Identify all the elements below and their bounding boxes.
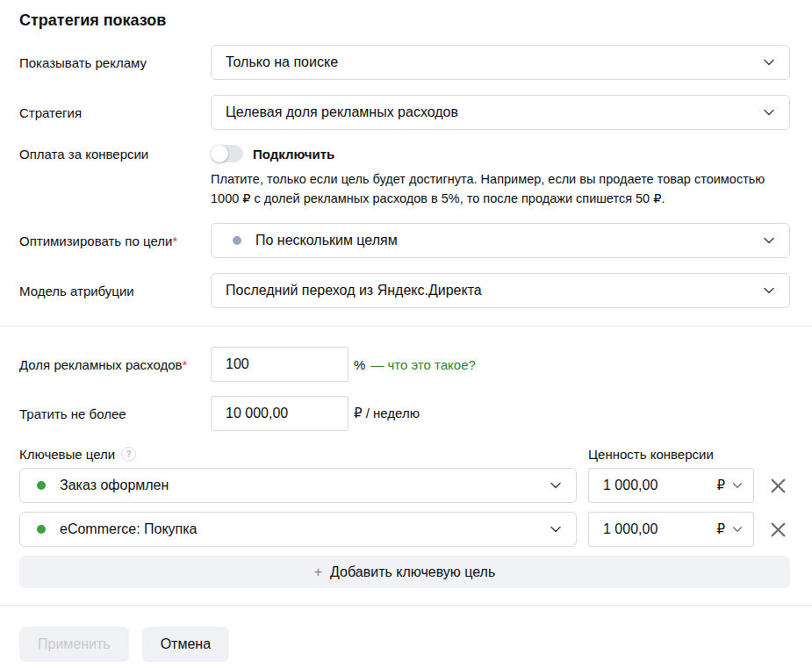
pay-per-conversion-toggle-label: Подключить — [253, 147, 334, 162]
attribution-select[interactable]: Последний переход из Яндекс.Директа — [211, 273, 790, 308]
footer-actions: Применить Отмена — [19, 627, 790, 662]
close-icon — [769, 477, 787, 495]
section-divider — [0, 326, 812, 327]
row-attribution: Модель атрибуции Последний переход из Ян… — [19, 273, 790, 308]
ad-spend-share-input[interactable] — [211, 347, 349, 382]
key-goals-header: Ключевые цели ? Ценность конверсии — [19, 447, 790, 462]
goal-value-field-2[interactable]: 1 000,00 ₽ — [588, 512, 754, 547]
help-icon[interactable]: ? — [121, 447, 136, 462]
currency-select-2[interactable]: ₽ — [716, 521, 744, 537]
chevron-down-icon — [549, 478, 563, 492]
chevron-down-icon — [762, 233, 776, 248]
close-icon — [769, 521, 787, 539]
strategy-label: Стратегия — [19, 104, 211, 121]
optimize-goal-label-text: Оптимизировать по цели — [19, 233, 172, 248]
goal-value: 1 000,00 — [603, 478, 708, 493]
show-ads-value: Только на поиске — [226, 54, 762, 70]
currency-select-1[interactable]: ₽ — [716, 478, 744, 493]
add-key-goal-button[interactable]: + Добавить ключевую цель — [19, 556, 790, 588]
optimize-goal-select[interactable]: По нескольким целям — [211, 223, 790, 258]
what-is-it-link[interactable]: — что это такое? — [370, 357, 476, 372]
ad-spend-share-label-text: Доля рекламных расходов — [19, 357, 183, 372]
pay-per-conversion-label: Оплата за конверсии — [19, 145, 211, 162]
row-pay-per-conversion: Оплата за конверсии Подключить Платите, … — [19, 145, 790, 208]
plus-icon: + — [314, 565, 322, 579]
attribution-label: Модель атрибуции — [19, 283, 211, 299]
required-mark: * — [172, 233, 177, 248]
chevron-down-icon — [731, 523, 744, 535]
goal-dot-icon — [37, 481, 46, 490]
pay-per-conversion-description: Платите, только если цель будет достигну… — [211, 169, 788, 208]
attribution-value: Последний переход из Яндекс.Директа — [226, 283, 762, 298]
currency-symbol: ₽ — [716, 478, 725, 493]
row-show-ads: Показывать рекламу Только на поиске — [19, 45, 790, 80]
chevron-down-icon — [549, 522, 563, 536]
key-goals-label: Ключевые цели — [19, 447, 115, 462]
optimize-goal-value: По нескольким целям — [255, 233, 762, 248]
weekly-limit-unit: ₽ / неделю — [354, 406, 420, 421]
row-optimize-goal: Оптимизировать по цели* По нескольким це… — [19, 223, 790, 258]
ad-spend-share-unit: % — [354, 357, 365, 372]
required-mark: * — [183, 357, 188, 372]
goal-dot-icon — [37, 525, 46, 534]
strategy-select[interactable]: Целевая доля рекламных расходов — [211, 95, 790, 130]
remove-goal-button-2[interactable] — [765, 517, 790, 542]
show-ads-label: Показывать рекламу — [19, 54, 211, 71]
cancel-button[interactable]: Отмена — [142, 627, 229, 662]
goal-name: Заказ оформлен — [60, 478, 549, 493]
strategy-settings-panel: Стратегия показов Показывать рекламу Тол… — [0, 0, 812, 662]
pay-per-conversion-toggle[interactable] — [211, 145, 243, 162]
ad-spend-share-label: Доля рекламных расходов* — [19, 356, 211, 373]
apply-button[interactable]: Применить — [19, 627, 129, 662]
goal-value-field-1[interactable]: 1 000,00 ₽ — [588, 468, 754, 503]
conversion-value-header: Ценность конверсии — [588, 447, 790, 462]
key-goal-row: eCommerce: Покупка 1 000,00 ₽ — [19, 512, 790, 547]
toggle-knob-icon — [211, 145, 228, 162]
add-key-goal-label: Добавить ключевую цель — [330, 564, 495, 580]
row-ad-spend-share: Доля рекламных расходов* % — что это так… — [19, 347, 790, 382]
optimize-goal-label: Оптимизировать по цели* — [19, 233, 211, 249]
chevron-down-icon — [762, 55, 776, 69]
weekly-limit-input[interactable] — [211, 396, 349, 431]
row-strategy: Стратегия Целевая доля рекламных расходо… — [19, 95, 790, 130]
chevron-down-icon — [731, 479, 744, 492]
show-ads-select[interactable]: Только на поиске — [211, 45, 790, 80]
key-goal-row: Заказ оформлен 1 000,00 ₽ — [19, 468, 790, 503]
chevron-down-icon — [762, 284, 776, 298]
chevron-down-icon — [762, 105, 776, 119]
goal-select-1[interactable]: Заказ оформлен — [19, 468, 577, 503]
currency-symbol: ₽ — [716, 521, 725, 537]
strategy-value: Целевая доля рекламных расходов — [226, 104, 762, 120]
row-weekly-limit: Тратить не более ₽ / неделю — [19, 396, 790, 431]
multi-goal-dot-icon — [233, 236, 241, 245]
goal-name: eCommerce: Покупка — [60, 521, 549, 537]
page-title: Стратегия показов — [19, 11, 790, 30]
weekly-limit-label: Тратить не более — [19, 406, 211, 422]
remove-goal-button-1[interactable] — [765, 473, 790, 498]
footer-divider — [0, 605, 812, 606]
goal-value: 1 000,00 — [603, 521, 708, 537]
goal-select-2[interactable]: eCommerce: Покупка — [19, 512, 577, 547]
